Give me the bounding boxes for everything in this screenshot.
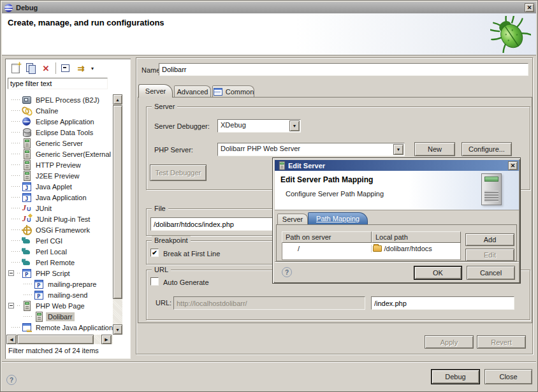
- help-button[interactable]: ?: [6, 375, 17, 385]
- tree-item-mailing-prepare[interactable]: mailing-prepare: [6, 279, 113, 289]
- break-first-line-checkbox[interactable]: ✔: [150, 249, 159, 257]
- server-debugger-label: Server Debugger:: [154, 122, 210, 130]
- window-close-button[interactable]: ✕: [525, 3, 534, 12]
- path-mapping-table: Path on server Local path / /dolibarr/ht…: [282, 231, 461, 260]
- page-title: Create, manage, and run configurations: [8, 18, 164, 27]
- tree-item-perl-cgi[interactable]: Perl CGI: [6, 235, 113, 246]
- tree-item-perl-local[interactable]: Perl Local: [6, 246, 113, 257]
- dialog-tab-path-mapping[interactable]: Path Mapping: [308, 212, 368, 224]
- dialog-title: Edit Server: [288, 162, 325, 170]
- dialog-close-button[interactable]: ✕: [508, 161, 518, 170]
- url-path-input[interactable]: [371, 296, 514, 310]
- dialog-subheading: Configure Server Path Mapping: [286, 190, 384, 198]
- tree-item-remote-java[interactable]: Remote Java Application: [6, 322, 113, 333]
- combo-dropdown-icon[interactable]: ▼: [289, 120, 300, 131]
- collapse-all-button[interactable]: [58, 61, 73, 75]
- column-header-local-path: Local path: [372, 231, 461, 243]
- filter-status-text: Filter matched 24 of 24 items: [8, 347, 99, 354]
- table-icon: [213, 87, 223, 96]
- revert-button[interactable]: Revert: [477, 335, 526, 349]
- camel-icon: [22, 247, 32, 256]
- duplicate-configuration-button[interactable]: [23, 61, 38, 75]
- path-mapping-pane: Path on server Local path / /dolibarr/ht…: [276, 224, 517, 261]
- server-icon: [22, 160, 32, 170]
- target-icon: [22, 225, 32, 235]
- tree-item-perl-remote[interactable]: Perl Remote: [6, 257, 113, 268]
- configurations-sidebar: ✕ ⇉ ▾ BPEL Process (B2J) Chaîne Eclipse …: [5, 59, 131, 359]
- edit-mapping-button[interactable]: Edit: [465, 249, 514, 261]
- tree-item-php-script[interactable]: PHP Script: [6, 268, 113, 279]
- php-server-label: PHP Server:: [154, 146, 193, 154]
- php-window-icon: [34, 279, 44, 289]
- horizontal-scroll-thumb[interactable]: [17, 335, 94, 344]
- tree-item-php-web-page[interactable]: PHP Web Page: [6, 300, 113, 311]
- combo-dropdown-icon[interactable]: ▼: [393, 144, 404, 155]
- tab-advanced[interactable]: Advanced: [174, 85, 211, 97]
- camel-icon: [22, 236, 32, 245]
- tree-item-osgi[interactable]: OSGi Framework: [6, 224, 113, 235]
- dialog-tab-server[interactable]: Server: [277, 214, 308, 224]
- footer-separator: [2, 361, 536, 363]
- dialog-button-bar: ? OK Cancel: [275, 261, 519, 282]
- server-icon: [34, 312, 44, 321]
- tree-item-eclipse-application[interactable]: Eclipse Application: [6, 116, 113, 127]
- path-on-server-cell: /: [282, 245, 372, 252]
- tree-item-java-application[interactable]: Java Application: [6, 192, 113, 203]
- test-debugger-button[interactable]: Test Debugger: [150, 164, 207, 181]
- ok-button[interactable]: OK: [414, 266, 462, 280]
- table-row[interactable]: / /dolibarr/htdocs: [282, 243, 460, 254]
- local-path-cell: /dolibarr/htdocs: [372, 245, 460, 252]
- tree-item-eclipse-data-tools[interactable]: Eclipse Data Tools: [6, 127, 113, 138]
- tree-item-chaine[interactable]: Chaîne: [6, 105, 113, 116]
- collapse-toggle-icon[interactable]: [8, 270, 14, 276]
- scroll-down-button[interactable]: ▼: [113, 324, 122, 335]
- close-button[interactable]: Close: [484, 369, 532, 384]
- tab-server[interactable]: Server: [138, 84, 173, 98]
- tree-item-j2ee-preview[interactable]: J2EE Preview: [6, 170, 113, 181]
- auto-generate-label: Auto Generate: [163, 279, 209, 286]
- vertical-scroll-thumb[interactable]: [113, 105, 122, 299]
- debug-button[interactable]: Debug: [431, 369, 480, 384]
- bpel-icon: [22, 95, 32, 105]
- scroll-left-button[interactable]: ◀: [6, 335, 17, 344]
- tree-item-generic-server[interactable]: Generic Server: [6, 138, 113, 149]
- add-mapping-button[interactable]: Add: [465, 233, 514, 246]
- tree-item-mailing-send[interactable]: mailing-send: [6, 289, 113, 300]
- php-window-icon: [22, 268, 32, 278]
- php-server-combo[interactable]: Dolibarr PHP Web Server ▼: [217, 143, 405, 156]
- tree-item-dolibarr[interactable]: Dolibarr: [6, 311, 113, 322]
- apply-button[interactable]: Apply: [425, 335, 474, 349]
- tree-item-java-applet[interactable]: Java Applet: [6, 181, 113, 192]
- table-body: / /dolibarr/htdocs: [282, 243, 461, 260]
- sidebar-toolbar: ✕ ⇉ ▾: [8, 61, 96, 76]
- tree-item-generic-server-external[interactable]: Generic Server(External La: [6, 149, 113, 159]
- filter-input[interactable]: [8, 78, 108, 89]
- url-group-title: URL: [152, 265, 171, 274]
- tab-common[interactable]: Common: [212, 85, 254, 97]
- bug-icon: [490, 16, 531, 53]
- dialog-help-button[interactable]: ?: [282, 267, 292, 277]
- auto-generate-checkbox[interactable]: [150, 277, 159, 286]
- tree-item-bpel[interactable]: BPEL Process (B2J): [6, 94, 113, 105]
- tree-item-junit[interactable]: JUnit: [6, 203, 113, 214]
- java-window-icon: [22, 182, 32, 191]
- cancel-button[interactable]: Cancel: [467, 266, 515, 280]
- server-icon: [22, 301, 32, 310]
- configure-server-button[interactable]: Configure...: [462, 142, 512, 156]
- folder-icon: [373, 245, 382, 252]
- scroll-up-button[interactable]: ▲: [113, 94, 122, 105]
- tree-item-http-preview[interactable]: HTTP Preview: [6, 159, 113, 170]
- debug-configurations-window: Debug ✕ Create, manage, and run configur…: [0, 0, 538, 392]
- toolbar-menu-chevron-icon[interactable]: ▾: [89, 61, 96, 75]
- delete-configuration-button[interactable]: ✕: [38, 61, 54, 75]
- new-server-button[interactable]: New: [414, 142, 455, 156]
- collapse-toggle-icon[interactable]: [8, 303, 14, 309]
- server-icon: [22, 149, 32, 159]
- name-input[interactable]: [159, 63, 528, 76]
- tree-item-junit-plugin[interactable]: JUnit Plug-in Test: [6, 214, 113, 224]
- dialog-heading: Edit Server Path Mapping: [280, 175, 373, 184]
- new-configuration-button[interactable]: [8, 61, 23, 75]
- scroll-right-button[interactable]: ▶: [101, 335, 112, 344]
- filter-launch-button[interactable]: ⇉: [73, 61, 89, 75]
- server-debugger-combo[interactable]: XDebug ▼: [217, 119, 301, 133]
